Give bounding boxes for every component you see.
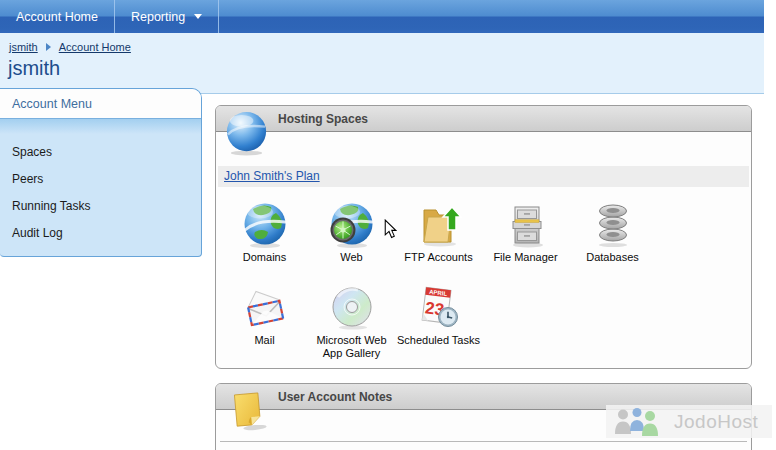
globe-icon bbox=[241, 201, 289, 249]
page: Account Home Reporting jsmith Account Ho… bbox=[0, 0, 776, 450]
hosting-panel-header: Hosting Spaces bbox=[216, 106, 751, 132]
notes-divider bbox=[220, 441, 747, 442]
nav-tab-label: Account Home bbox=[16, 10, 98, 24]
shortcut-label: File Manager bbox=[493, 251, 557, 263]
calendar-clock-icon bbox=[415, 284, 463, 332]
envelope-icon bbox=[241, 284, 289, 332]
shortcut-label: Web bbox=[340, 251, 362, 263]
hosting-panel-title: Hosting Spaces bbox=[278, 112, 368, 126]
nav-tab-reporting[interactable]: Reporting bbox=[115, 0, 219, 33]
mouse-cursor-icon bbox=[384, 219, 397, 239]
nav-tab-label: Reporting bbox=[131, 10, 185, 24]
shortcut-row-2: Mail Microsoft Web App Gallery Scheduled… bbox=[221, 284, 751, 360]
sidebar-items: Spaces Peers Running Tasks Audit Log bbox=[0, 134, 201, 256]
globe-wheel-icon bbox=[328, 201, 376, 249]
shortcut-row-1: Domains Web FTP Accounts File Manager Da… bbox=[221, 201, 751, 264]
shortcut-label: Domains bbox=[243, 251, 286, 263]
cd-disc-icon bbox=[328, 284, 376, 332]
breadcrumb-link-account-home[interactable]: Account Home bbox=[59, 41, 131, 53]
people-group-icon bbox=[611, 407, 667, 437]
database-stack-icon bbox=[589, 201, 637, 249]
brand-name: JodoHost bbox=[674, 411, 758, 433]
sticky-note-icon bbox=[224, 388, 271, 435]
brand-watermark: JodoHost bbox=[606, 405, 772, 438]
top-nav: Account Home Reporting bbox=[0, 0, 764, 34]
plan-link[interactable]: John Smith's Plan bbox=[224, 169, 320, 183]
sidebar-item-peers[interactable]: Peers bbox=[0, 166, 201, 193]
account-menu-sidebar: Account Menu Spaces Peers Running Tasks … bbox=[0, 88, 202, 257]
sidebar-gradient-strip bbox=[0, 119, 201, 134]
shortcut-domains[interactable]: Domains bbox=[221, 201, 308, 264]
sidebar-item-audit-log[interactable]: Audit Log bbox=[0, 220, 201, 247]
sidebar-title: Account Menu bbox=[0, 89, 201, 119]
file-cabinet-icon bbox=[502, 201, 550, 249]
shortcut-databases[interactable]: Databases bbox=[569, 201, 656, 264]
shortcut-label: Mail bbox=[254, 334, 274, 346]
shortcut-web[interactable]: Web bbox=[308, 201, 395, 264]
shortcut-label: Scheduled Tasks bbox=[397, 334, 480, 346]
hosting-spaces-panel: Hosting Spaces John Smith's Plan Domains… bbox=[215, 105, 752, 369]
hosting-sphere-icon bbox=[224, 110, 271, 157]
shortcut-scheduled-tasks[interactable]: Scheduled Tasks bbox=[395, 284, 482, 360]
folder-up-arrow-icon bbox=[415, 201, 463, 249]
notes-panel-title: User Account Notes bbox=[278, 390, 392, 404]
breadcrumb-arrow-icon bbox=[46, 43, 51, 51]
sidebar-item-spaces[interactable]: Spaces bbox=[0, 139, 201, 166]
chevron-down-icon bbox=[194, 14, 202, 19]
plan-row: John Smith's Plan bbox=[218, 166, 749, 187]
page-header: jsmith Account Home jsmith bbox=[0, 33, 764, 94]
shortcut-label: Databases bbox=[586, 251, 639, 263]
shortcut-file-manager[interactable]: File Manager bbox=[482, 201, 569, 264]
page-title: jsmith bbox=[8, 57, 60, 80]
sidebar-item-running-tasks[interactable]: Running Tasks bbox=[0, 193, 201, 220]
shortcut-web-app-gallery[interactable]: Microsoft Web App Gallery bbox=[308, 284, 395, 360]
nav-tab-account-home[interactable]: Account Home bbox=[0, 0, 115, 33]
shortcut-label: Microsoft Web App Gallery bbox=[316, 334, 386, 359]
shortcut-mail[interactable]: Mail bbox=[221, 284, 308, 360]
shortcut-ftp-accounts[interactable]: FTP Accounts bbox=[395, 201, 482, 264]
breadcrumb-link-jsmith[interactable]: jsmith bbox=[9, 41, 38, 53]
shortcut-label: FTP Accounts bbox=[404, 251, 472, 263]
breadcrumb: jsmith Account Home bbox=[9, 41, 131, 53]
